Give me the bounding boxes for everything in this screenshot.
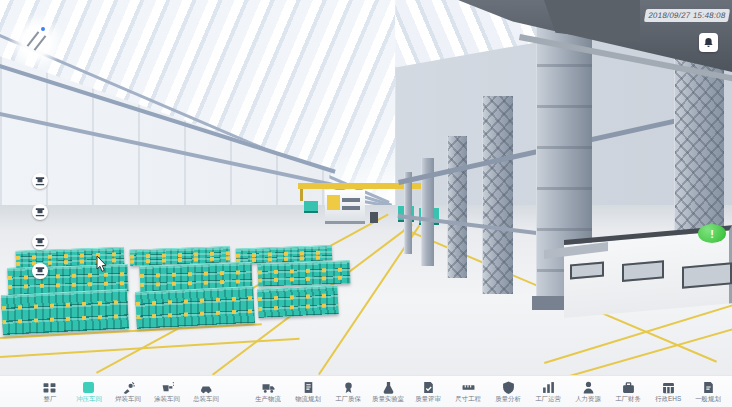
- press-machine-detail: [327, 195, 340, 210]
- timestamp-text: 2018/09/27 15:48:08: [648, 11, 727, 20]
- toolbar-item-label: 行政EHS: [655, 395, 681, 402]
- press-machine-icon: [35, 237, 45, 247]
- crane-leg: [300, 189, 303, 201]
- control-room-window: [622, 260, 664, 282]
- toolbar-item-label: 冲压车间: [76, 395, 102, 402]
- press-machine-detail: [342, 206, 360, 210]
- ruler-icon: [462, 381, 475, 394]
- press-machine-icon: [35, 176, 45, 186]
- clock: 2018/09/27 15:48:08: [644, 9, 730, 22]
- bell-icon: [703, 37, 714, 48]
- toolbar-item-label: 质量分析: [495, 395, 521, 402]
- toolbar-item-label: 质量实验室: [372, 395, 404, 402]
- module-quality-analysis[interactable]: 质量分析: [488, 376, 528, 407]
- digital-twin-app: ! 2018/09/27 15:48:08 整厂冲压车间焊装车间涂装车间总装车间…: [0, 0, 732, 407]
- mouse-cursor: [96, 256, 109, 273]
- paint-spray-icon: [161, 381, 174, 394]
- press-machine-icon: [35, 207, 45, 217]
- toolbar-item-label: 质量评审: [415, 395, 441, 402]
- toolbar-item-label: 总装车间: [194, 395, 220, 402]
- forklift: [370, 212, 378, 223]
- briefcase-icon: [622, 381, 635, 394]
- toolbar-item-label: 一般规划: [695, 395, 721, 402]
- steel-column: [447, 136, 467, 278]
- workshop-tabs: 整厂冲压车间焊装车间涂装车间总装车间: [30, 376, 226, 407]
- flask-icon: [382, 381, 395, 394]
- toolbar-item-label: 工厂财务: [615, 395, 641, 402]
- review-doc-icon: [422, 381, 435, 394]
- module-general-planning[interactable]: 一般规划: [688, 376, 728, 407]
- 3d-viewport[interactable]: ! 2018/09/27 15:48:08: [0, 0, 732, 375]
- module-quality-lab[interactable]: 质量实验室: [368, 376, 408, 407]
- toolbar-item-label: 生产物流: [255, 395, 281, 402]
- press-machine-detail: [342, 198, 360, 202]
- tab-painting-shop[interactable]: 涂装车间: [148, 376, 187, 407]
- alert-marker[interactable]: !: [698, 224, 726, 243]
- tab-welding-shop[interactable]: 焊装车间: [108, 376, 147, 407]
- camera-preset-2[interactable]: [32, 204, 48, 220]
- module-menu: 生产物流物流规划工厂质保质量实验室质量评审尺寸工程质量分析工厂运营人力资源工厂财…: [248, 376, 728, 407]
- toolbar-item-label: 焊装车间: [115, 395, 141, 402]
- toolbar-item-label: 人力资源: [575, 395, 601, 402]
- plan-doc-icon: [702, 381, 715, 394]
- control-room-window: [570, 262, 604, 280]
- die-rack: [258, 260, 351, 286]
- camera-preset-3[interactable]: [32, 234, 48, 250]
- bottom-toolbar: 整厂冲压车间焊装车间涂装车间总装车间 生产物流物流规划工厂质保质量实验室质量评审…: [0, 375, 732, 407]
- tab-whole-plant[interactable]: 整厂: [30, 376, 69, 407]
- compass-gizmo[interactable]: [8, 14, 64, 70]
- module-human-resources[interactable]: 人力资源: [568, 376, 608, 407]
- module-logistics-planning[interactable]: 物流规划: [288, 376, 328, 407]
- die-rack: [135, 286, 255, 329]
- die-rack: [1, 289, 129, 336]
- notifications-button[interactable]: [699, 33, 718, 52]
- plant-overview-icon: [43, 381, 56, 394]
- grid-icon: [662, 381, 675, 394]
- person-icon: [582, 381, 595, 394]
- compass-needle: [34, 35, 47, 50]
- toolbar-item-label: 整厂: [43, 395, 56, 402]
- module-factory-qa[interactable]: 工厂质保: [328, 376, 368, 407]
- clipboard-icon: [302, 381, 315, 394]
- control-room-window: [682, 262, 732, 288]
- module-quality-review[interactable]: 质量评审: [408, 376, 448, 407]
- toolbar-item-label: 工厂运营: [535, 395, 561, 402]
- toolbar-item-label: 工厂质保: [335, 395, 361, 402]
- stamping-active-icon: [83, 382, 94, 393]
- module-factory-finance[interactable]: 工厂财务: [608, 376, 648, 407]
- steel-column: [404, 172, 412, 254]
- alert-label: !: [710, 228, 714, 240]
- camera-preset-1[interactable]: [32, 173, 48, 189]
- tab-stamping-shop[interactable]: 冲压车间: [69, 376, 108, 407]
- die-rack: [257, 285, 338, 318]
- truck-icon: [262, 381, 275, 394]
- compass-dot: [41, 27, 45, 31]
- module-dimension-engineering[interactable]: 尺寸工程: [448, 376, 488, 407]
- toolbar-item-label: 尺寸工程: [455, 395, 481, 402]
- chart-icon: [542, 381, 555, 394]
- module-admin-ehs[interactable]: 行政EHS: [648, 376, 688, 407]
- module-factory-operations[interactable]: 工厂运营: [528, 376, 568, 407]
- tab-assembly-shop[interactable]: 总装车间: [187, 376, 226, 407]
- camera-preset-4[interactable]: [32, 263, 48, 279]
- toolbar-item-label: 物流规划: [295, 395, 321, 402]
- badge-icon: [342, 381, 355, 394]
- steel-column: [482, 96, 513, 294]
- machine: [304, 201, 318, 213]
- module-production-logistics[interactable]: 生产物流: [248, 376, 288, 407]
- assembly-car-icon: [200, 381, 213, 394]
- toolbar-item-label: 涂装车间: [154, 395, 180, 402]
- shield-icon: [502, 381, 515, 394]
- press-machine-icon: [35, 266, 45, 276]
- welding-icon: [122, 381, 135, 394]
